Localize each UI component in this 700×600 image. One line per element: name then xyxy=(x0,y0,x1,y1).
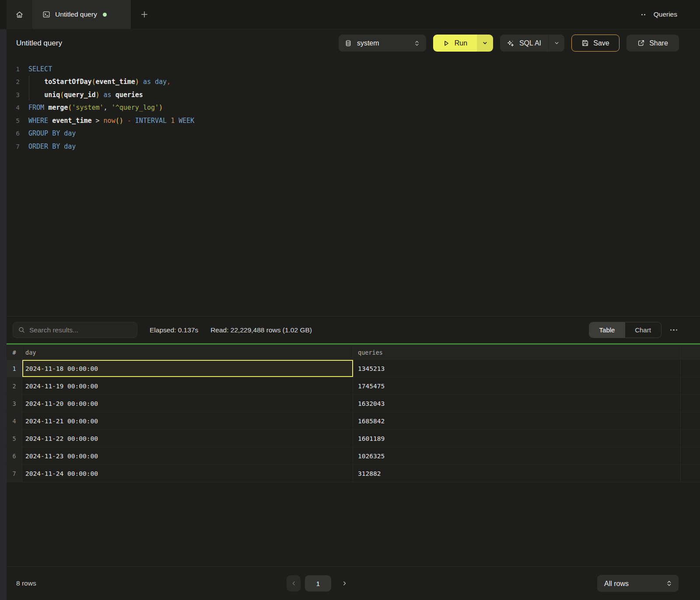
read-stat: Read: 22,229,488 rows (1.02 GB) xyxy=(210,326,312,334)
share-icon xyxy=(637,39,645,47)
cell-queries[interactable]: 1026325 xyxy=(353,447,681,464)
code-line[interactable]: 7ORDER BY day xyxy=(0,140,700,153)
results-more-menu-icon[interactable] xyxy=(669,327,679,334)
terminal-icon xyxy=(42,10,50,18)
previous-page-button[interactable] xyxy=(287,576,301,592)
line-number: 2 xyxy=(7,78,20,85)
results-footer: 8 rows 1 All rows xyxy=(0,566,700,600)
chevron-updown-icon xyxy=(414,40,420,47)
cell-queries[interactable]: 1632043 xyxy=(353,395,681,412)
code-line[interactable]: 2 toStartOfDay(event_time) as day, xyxy=(0,76,700,89)
search-results-input[interactable] xyxy=(13,322,137,338)
column-header-day[interactable]: day xyxy=(22,345,353,360)
code-line[interactable]: 5WHERE event_time > now() - INTERVAL 1 W… xyxy=(0,114,700,127)
row-number[interactable]: 4 xyxy=(7,412,22,429)
results-table-body: 12024-11-18 00:00:00134521322024-11-19 0… xyxy=(0,360,700,482)
tab-bar-right: Queries xyxy=(640,0,700,29)
row-number[interactable]: 7 xyxy=(7,465,22,482)
code-line[interactable]: 6GROUP BY day xyxy=(0,127,700,140)
view-toggle: Table Chart xyxy=(589,322,662,338)
page-size-select[interactable]: All rows xyxy=(597,575,679,592)
code-text: GROUP BY day xyxy=(28,129,76,137)
table-row: 42024-11-21 00:00:001685842 xyxy=(0,412,700,430)
header-actions: system Run xyxy=(339,35,679,52)
query-header: Untitled query system Run xyxy=(0,29,700,57)
tab-chart-view[interactable]: Chart xyxy=(625,322,661,338)
sql-ai-button[interactable]: SQL AI xyxy=(500,35,548,52)
results-empty-area xyxy=(0,500,700,566)
database-select-value: system xyxy=(357,39,409,47)
code-text: WHERE event_time > now() - INTERVAL 1 WE… xyxy=(28,117,194,125)
code-line[interactable]: 4FROM merge('system', '^query_log') xyxy=(0,101,700,115)
code-line[interactable]: 3 uniq(query_id) as queries xyxy=(0,88,700,101)
sql-ai-button-label: SQL AI xyxy=(519,39,541,47)
run-button-label: Run xyxy=(455,39,467,47)
save-button[interactable]: Save xyxy=(571,35,620,52)
code-text: uniq(query_id) as queries xyxy=(28,91,143,99)
save-button-label: Save xyxy=(593,39,609,47)
window-left-edge xyxy=(0,29,7,600)
cell-queries[interactable]: 1601189 xyxy=(353,430,681,447)
line-number: 1 xyxy=(7,66,20,73)
row-number[interactable]: 2 xyxy=(7,377,22,394)
cell-day[interactable]: 2024-11-21 00:00:00 xyxy=(22,412,353,429)
code-line[interactable]: 1SELECT xyxy=(0,63,700,76)
tab-bar: Untitled query Queries xyxy=(0,0,700,29)
share-button[interactable]: Share xyxy=(626,35,679,52)
column-header-queries[interactable]: queries xyxy=(353,345,681,360)
database-select[interactable]: system xyxy=(339,35,426,52)
next-page-button[interactable] xyxy=(338,576,350,592)
row-number[interactable]: 6 xyxy=(7,447,22,464)
row-number[interactable]: 1 xyxy=(7,360,22,377)
code-text: SELECT xyxy=(28,65,52,73)
table-row: 22024-11-19 00:00:001745475 xyxy=(0,377,700,395)
search-results-wrap xyxy=(13,322,137,338)
run-button[interactable]: Run xyxy=(433,35,477,52)
row-number[interactable]: 5 xyxy=(7,430,22,447)
table-row: 52024-11-22 00:00:001601189 xyxy=(0,430,700,447)
row-number[interactable]: 3 xyxy=(7,395,22,412)
run-options-button[interactable] xyxy=(477,35,493,52)
new-tab-button[interactable] xyxy=(131,0,158,29)
sql-console-window: Untitled query Queries Untitled query sy… xyxy=(0,0,700,600)
cell-day[interactable]: 2024-11-24 00:00:00 xyxy=(22,465,353,482)
table-row: 62024-11-23 00:00:001026325 xyxy=(0,447,700,465)
cell-day[interactable]: 2024-11-22 00:00:00 xyxy=(22,430,353,447)
row-padding xyxy=(681,430,700,447)
cell-queries[interactable]: 1345213 xyxy=(353,360,681,377)
table-row: 12024-11-18 00:00:001345213 xyxy=(0,360,700,377)
code-lines: 1SELECT2 toStartOfDay(event_time) as day… xyxy=(0,63,700,153)
sql-ai-button-group: SQL AI xyxy=(500,35,564,52)
sql-ai-options-button[interactable] xyxy=(548,35,564,52)
line-number: 7 xyxy=(7,143,20,150)
home-tab[interactable] xyxy=(7,0,32,29)
line-number: 4 xyxy=(7,104,20,111)
column-header-index[interactable]: # xyxy=(7,345,22,360)
indent-guide xyxy=(29,76,29,101)
row-count-label: 8 rows xyxy=(16,579,36,587)
page-title: Untitled query xyxy=(16,39,62,48)
chevron-updown-icon xyxy=(666,580,672,587)
more-tabs-icon[interactable] xyxy=(640,12,647,17)
queries-link[interactable]: Queries xyxy=(654,10,677,18)
cell-queries[interactable]: 1685842 xyxy=(353,412,681,429)
cell-day[interactable]: 2024-11-19 00:00:00 xyxy=(22,377,353,394)
table-row: 72024-11-24 00:00:00312882 xyxy=(0,465,700,482)
code-text: FROM merge('system', '^query_log') xyxy=(28,104,163,112)
cell-queries[interactable]: 1745475 xyxy=(353,377,681,394)
page-size-value: All rows xyxy=(604,579,666,587)
sql-editor[interactable]: 1SELECT2 toStartOfDay(event_time) as day… xyxy=(0,57,700,316)
results-table-header: # day queries xyxy=(0,345,700,360)
current-page-button[interactable]: 1 xyxy=(305,576,331,592)
code-text: ORDER BY day xyxy=(28,143,76,150)
line-number: 3 xyxy=(7,91,20,98)
cell-day[interactable]: 2024-11-20 00:00:00 xyxy=(22,395,353,412)
tab-table-view[interactable]: Table xyxy=(589,322,625,338)
cell-queries[interactable]: 312882 xyxy=(353,465,681,482)
play-icon xyxy=(443,40,450,47)
cell-day[interactable]: 2024-11-18 00:00:00 xyxy=(22,360,353,377)
row-padding xyxy=(681,412,700,429)
tab-untitled-query[interactable]: Untitled query xyxy=(32,0,131,29)
row-padding xyxy=(681,377,700,394)
cell-day[interactable]: 2024-11-23 00:00:00 xyxy=(22,447,353,464)
